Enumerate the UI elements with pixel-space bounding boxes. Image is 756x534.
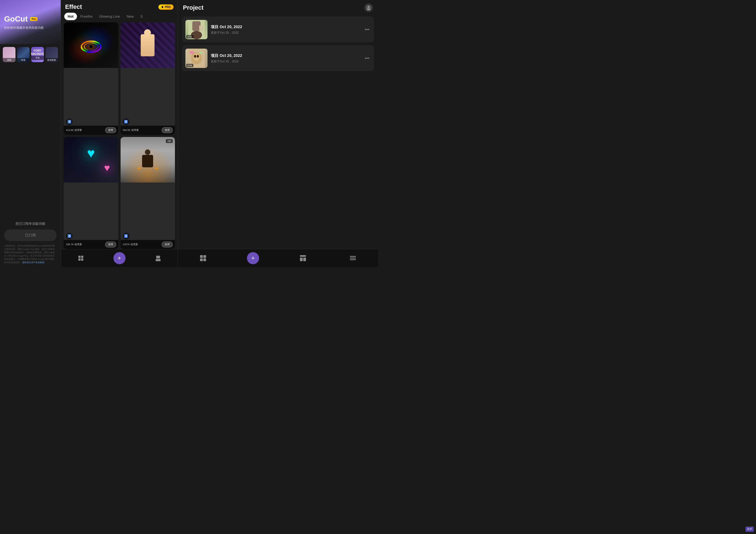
middle-bottom-nav: + [61,249,178,267]
crown-icon: ♛ [161,6,164,9]
svg-rect-6 [78,259,81,261]
feature-thumbnails: 滤镜 转场 FONT ABCDEFG 字体 高清画质 [0,44,61,65]
accessibility-btn-1[interactable]: ♿ [66,119,72,125]
svg-point-20 [194,55,196,58]
pro-crown-badge: ♛ PRO [158,4,174,10]
svg-rect-28 [300,255,306,257]
thumbnail-font[interactable]: FONT ABCDEFG 字体 [31,47,44,62]
nav-grid-btn[interactable] [74,254,88,263]
svg-rect-22 [190,51,194,54]
subscribed-button[interactable]: 已订阅 [4,230,57,241]
svg-rect-5 [81,256,83,258]
thumbnail-transfer[interactable]: 转场 [17,47,30,62]
effect-header: Effect ♛ PRO [61,0,178,13]
tab-glowing-line[interactable]: Glowing Line [96,13,123,20]
right-grid-icon [199,254,207,262]
svg-point-3 [89,45,93,48]
effect-card-3[interactable]: ♥ ♥ ♿ 336.7K 使用量 使用 [64,137,118,249]
svg-rect-31 [350,256,356,257]
project-info-2: 项目 Oct 20, 2022 更新于Oct 20，2022 [211,53,360,64]
svg-point-12 [367,8,370,11]
thumbnail-transfer-label: 转场 [17,58,30,62]
project-info-1: 项目 Oct 20, 2022 更新于Oct 20，2022 [211,25,360,35]
effect-card-4-use-btn[interactable]: 使用 [162,241,173,247]
hero-section: GoCut Pro 轻松制作视频并使用高级功能 [0,0,61,44]
accessibility-btn-2[interactable]: ♿ [123,119,129,125]
svg-rect-25 [203,255,206,258]
right-nav-grid-btn[interactable] [197,252,209,264]
tab-s[interactable]: S [137,13,146,20]
effect-card-3-footer: 336.7K 使用量 使用 [64,240,118,249]
tab-new[interactable]: New [123,13,137,20]
accessibility-btn-3[interactable]: ♿ [66,233,72,239]
project-card-2[interactable]: 0:04 项目 Oct 20, 2022 更新于Oct 20，2022 ••• [182,45,374,71]
svg-rect-24 [200,255,203,258]
effect-card-2-image [121,22,175,68]
thumbnail-font-label: 字体 [31,56,44,60]
thumbnail-hd-label: 高清画质 [45,58,58,62]
tab-freefire[interactable]: Freefire [77,13,96,20]
svg-rect-33 [350,259,356,260]
right-nav-add-btn[interactable]: + [247,252,259,264]
project-date-2: 更新于Oct 20，2022 [211,59,360,64]
privacy-link[interactable]: 隐私协以用户条条数据 [22,261,44,264]
app-name: GoCut [4,14,28,23]
svg-rect-32 [350,258,356,259]
svg-rect-7 [81,259,83,261]
effect-card-2[interactable]: ♿ 384.5K 使用量 使用 [121,22,175,135]
person-icon [154,254,163,263]
pro-label: PRO [165,6,171,9]
effect-card-2-footer: 384.5K 使用量 使用 [121,126,175,135]
project-card-1[interactable]: 0:07 项目 Oct 20, 2022 更新于Oct 20，2022 ••• [182,16,374,42]
effect-card-1[interactable]: ♿ 414.6K 使用量 使用 [64,22,118,135]
effect-card-4-usage: 1257K 使用量 [123,243,138,246]
nav-person-btn[interactable] [151,254,165,263]
accessibility-btn-4[interactable]: ♿ [123,233,129,239]
effect-card-4-image: AD [121,137,175,183]
project-more-2[interactable]: ••• [364,55,370,62]
pro-badge: Pro [30,17,38,21]
nav-add-btn[interactable]: + [113,252,125,264]
effect-tabs: Hot Freefire Glowing Line New S [61,13,178,22]
rainbow-eye-svg [79,33,103,58]
svg-rect-9 [156,259,161,261]
svg-rect-8 [156,256,160,259]
effect-card-1-footer: 414.6K 使用量 使用 [64,126,118,135]
thumbnail-hd[interactable]: 高清画质 [45,47,58,62]
ad-badge: AD [166,139,173,143]
app-logo: GoCut Pro [4,14,57,23]
grid-icon [76,254,85,263]
user-avatar[interactable] [364,3,373,12]
right-nav-template-btn[interactable] [297,252,309,264]
spacer [0,65,61,217]
thumbnail-filter[interactable]: 滤镜 [3,47,15,62]
svg-rect-30 [303,258,306,261]
effect-card-2-use-btn[interactable]: 使用 [162,127,173,133]
right-nav-list-btn[interactable] [347,252,359,264]
effect-card-2-usage: 384.5K 使用量 [123,128,139,132]
tab-hot[interactable]: Hot [64,13,77,20]
effect-card-3-use-btn[interactable]: 使用 [105,241,116,247]
effect-card-4[interactable]: AD ♿ 1257K 使用量 使用 [121,137,175,249]
project-panel: Project 0:07 项目 Oct 20, 2022 [178,0,378,267]
effect-grid: ♿ 414.6K 使用量 使用 ♿ 384.5K 使用量 使用 [61,22,178,249]
project-title: Project [183,4,203,11]
subscription-note: 订阅成功后，您可以无限制地访问GoCut的所有付费功能和内容。根据 Google… [4,244,57,264]
project-more-1[interactable]: ••• [364,26,370,33]
heart-pink-icon: ♥ [104,162,110,174]
project-list: 0:07 项目 Oct 20, 2022 更新于Oct 20，2022 ••• [178,14,378,249]
project-name-1: 项目 Oct 20, 2022 [211,25,360,30]
svg-rect-23 [199,52,202,54]
svg-rect-27 [203,259,206,261]
heart-cyan-icon: ♥ [87,146,95,161]
effect-card-1-usage: 414.6K 使用量 [66,128,82,132]
effect-card-1-use-btn[interactable]: 使用 [105,127,116,133]
subscribed-message: 您已订阅专业版功能 [4,221,57,226]
left-panel: GoCut Pro 轻松制作视频并使用高级功能 滤镜 转场 FONT ABCDE… [0,0,61,267]
svg-rect-16 [199,25,203,31]
project-duration-1: 0:07 [186,35,193,39]
svg-rect-29 [300,258,303,261]
subscribed-section: 您已订阅专业版功能 已订阅 订阅成功后，您可以无限制地访问GoCut的所有付费功… [0,217,61,267]
font-display-text: FONT ABCDEFG [31,49,44,56]
project-thumb-1: 0:07 [185,20,207,39]
